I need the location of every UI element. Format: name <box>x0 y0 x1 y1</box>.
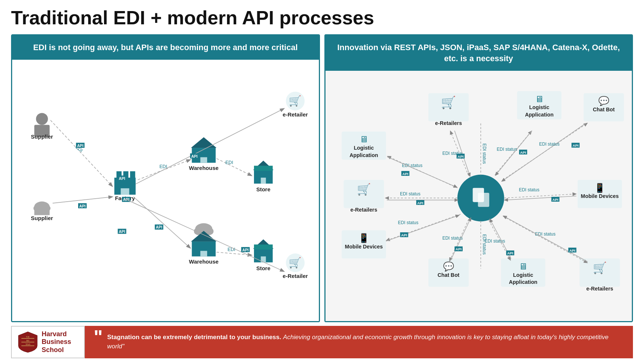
svg-line-41 <box>51 120 112 186</box>
svg-text:TAS: TAS <box>25 343 30 346</box>
svg-text:Supplier: Supplier <box>31 133 53 140</box>
svg-text:📱: 📱 <box>594 182 605 193</box>
svg-text:EDI status: EDI status <box>484 238 505 243</box>
svg-text:EDI status: EDI status <box>539 142 559 147</box>
svg-text:Logistic: Logistic <box>529 104 549 110</box>
harvard-shield-icon: VE RI TAS <box>18 331 38 353</box>
svg-text:Warehouse: Warehouse <box>189 258 219 265</box>
page-container: Traditional EDI + modern API processes E… <box>0 0 644 362</box>
svg-text:Store: Store <box>256 265 270 271</box>
svg-rect-6 <box>34 209 50 215</box>
svg-text:API: API <box>552 197 558 201</box>
left-panel-body: Supplier Supplier <box>12 60 319 321</box>
svg-text:Chat Bot: Chat Bot <box>438 272 460 278</box>
svg-point-0 <box>36 113 48 125</box>
svg-text:API: API <box>401 233 407 237</box>
harvard-logo-area: VE RI TAS HarvardBusinessSchool <box>11 326 85 358</box>
svg-line-50 <box>133 197 190 248</box>
quote-bar: " Stagnation can be extremely detrimenta… <box>85 326 633 358</box>
harvard-school-name: HarvardBusinessSchool <box>42 330 71 354</box>
svg-rect-71 <box>478 193 489 207</box>
quote-mark-icon: " <box>94 327 103 347</box>
svg-text:EDI status: EDI status <box>398 220 418 225</box>
right-panel-body: 🛒 e-Retailers 🖥 Logistic Application 💬 <box>326 71 632 321</box>
svg-text:API: API <box>507 251 513 255</box>
svg-text:Supplier: Supplier <box>31 215 53 221</box>
svg-text:EDI status: EDI status <box>481 143 487 164</box>
svg-text:EDI status: EDI status <box>497 147 517 152</box>
bottom-bar: VE RI TAS HarvardBusinessSchool " Stagna… <box>11 326 633 358</box>
svg-text:EDI: EDI <box>225 160 233 165</box>
svg-text:Warehouse: Warehouse <box>189 165 219 171</box>
svg-text:VE: VE <box>26 335 30 338</box>
svg-text:Logistic: Logistic <box>513 272 533 278</box>
svg-text:API: API <box>77 144 83 148</box>
svg-text:🛒: 🛒 <box>289 95 302 107</box>
svg-line-135 <box>504 194 575 198</box>
svg-text:💬: 💬 <box>443 261 454 271</box>
right-panel-header: Innovation via REST APIs, JSON, iPaaS, S… <box>326 35 632 70</box>
page-title: Traditional EDI + modern API processes <box>11 7 633 28</box>
svg-text:API: API <box>417 201 423 205</box>
svg-line-137 <box>505 196 576 200</box>
right-panel: Innovation via REST APIs, JSON, iPaaS, S… <box>324 34 633 322</box>
svg-text:API: API <box>156 225 162 229</box>
svg-text:EDI status: EDI status <box>442 235 462 240</box>
svg-rect-27 <box>254 166 273 171</box>
svg-rect-32 <box>254 244 273 250</box>
svg-text:API: API <box>191 154 198 159</box>
svg-text:EDI status: EDI status <box>402 163 422 168</box>
svg-text:💬: 💬 <box>598 95 609 106</box>
svg-text:Application: Application <box>349 152 378 158</box>
svg-text:API: API <box>455 247 462 251</box>
svg-text:API: API <box>119 230 125 234</box>
svg-text:RI: RI <box>27 339 29 342</box>
svg-line-53 <box>216 252 251 255</box>
svg-text:API: API <box>572 143 579 147</box>
svg-text:API: API <box>569 248 575 252</box>
svg-text:🖥: 🖥 <box>535 94 543 104</box>
svg-text:🖥: 🖥 <box>519 261 528 271</box>
panels-row: EDI is not going away, but APIs are beco… <box>11 34 633 322</box>
svg-line-48 <box>216 159 251 175</box>
svg-text:Mobile Devices: Mobile Devices <box>345 244 383 250</box>
svg-text:API: API <box>457 154 464 158</box>
svg-text:EDI status: EDI status <box>519 187 539 192</box>
svg-text:EDI status: EDI status <box>535 232 555 237</box>
svg-line-150 <box>503 216 587 262</box>
svg-text:Mobile Devices: Mobile Devices <box>581 193 619 199</box>
svg-text:e-Retailers: e-Retailers <box>435 120 462 126</box>
svg-text:🛒: 🛒 <box>592 261 607 275</box>
svg-text:Logistic: Logistic <box>354 145 374 150</box>
svg-text:Chat Bot: Chat Bot <box>593 107 615 112</box>
svg-text:e-Retailer: e-Retailer <box>283 111 308 117</box>
svg-rect-11 <box>130 171 135 179</box>
quote-text: Stagnation can be extremely detrimental … <box>107 333 624 351</box>
svg-text:EDI status: EDI status <box>481 234 487 254</box>
svg-text:EDI status: EDI status <box>400 191 420 196</box>
svg-text:Store: Store <box>256 186 270 192</box>
svg-text:e-Retailers: e-Retailers <box>350 207 377 213</box>
svg-text:API: API <box>402 171 408 175</box>
svg-text:API: API <box>242 248 248 252</box>
left-panel: EDI is not going away, but APIs are beco… <box>11 34 320 322</box>
svg-text:API: API <box>520 150 526 154</box>
svg-text:🛒: 🛒 <box>289 257 302 269</box>
svg-text:e-Retailers: e-Retailers <box>586 285 613 291</box>
svg-text:🛒: 🛒 <box>356 182 371 196</box>
svg-marker-15 <box>191 137 216 148</box>
svg-text:e-Retailer: e-Retailer <box>283 273 308 279</box>
svg-text:📱: 📱 <box>358 233 369 243</box>
svg-line-122 <box>387 157 456 187</box>
svg-text:🛒: 🛒 <box>441 95 456 109</box>
svg-line-43 <box>53 197 112 203</box>
svg-text:Application: Application <box>509 279 537 285</box>
svg-rect-23 <box>200 251 207 256</box>
svg-text:API: API <box>79 204 86 208</box>
svg-rect-28 <box>261 178 266 184</box>
svg-text:Application: Application <box>525 112 553 118</box>
svg-rect-12 <box>121 188 129 195</box>
svg-text:API: API <box>119 177 125 181</box>
svg-line-152 <box>504 216 588 262</box>
svg-rect-16 <box>200 157 207 163</box>
